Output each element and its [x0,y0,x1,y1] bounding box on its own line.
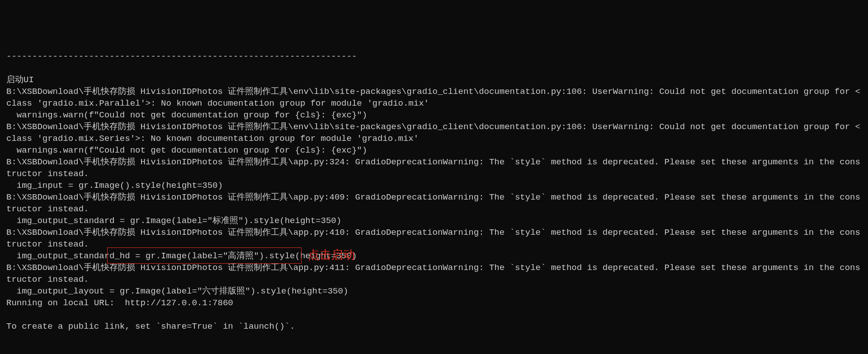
terminal-line: img_output_standard_hd = gr.Image(label=… [6,251,357,261]
terminal-line: B:\XSBDownload\手机快存防损 HivisionIDPhotos 证… [6,192,860,214]
terminal-line: Running on local URL: http://127.0.0.1:7… [6,298,233,308]
terminal-line: B:\XSBDownload\手机快存防损 HivisionIDPhotos 证… [6,87,860,108]
terminal-line: 启动UI [6,75,34,85]
terminal-line: warnings.warn(f"Could not get documentat… [6,145,367,155]
terminal-line: ----------------------------------------… [6,51,357,61]
terminal-line: img_input = gr.Image().style(height=350) [6,181,223,191]
terminal-line: To create a public link, set `share=True… [6,321,295,331]
terminal-line: img_output_layout = gr.Image(label="六寸排版… [6,286,348,296]
terminal-line: warnings.warn(f"Could not get documentat… [6,110,367,120]
terminal-line: B:\XSBDownload\手机快存防损 HivisionIDPhotos 证… [6,122,860,144]
terminal-line: B:\XSBDownload\手机快存防损 HivisionIDPhotos 证… [6,157,860,179]
terminal-line: img_output_standard = gr.Image(label="标准… [6,216,341,226]
terminal-output: ----------------------------------------… [6,51,862,332]
terminal-line: B:\XSBDownload\手机快存防损 HivisionIDPhotos 证… [6,228,860,249]
terminal-line: B:\XSBDownload\手机快存防损 HivisionIDPhotos 证… [6,263,860,284]
